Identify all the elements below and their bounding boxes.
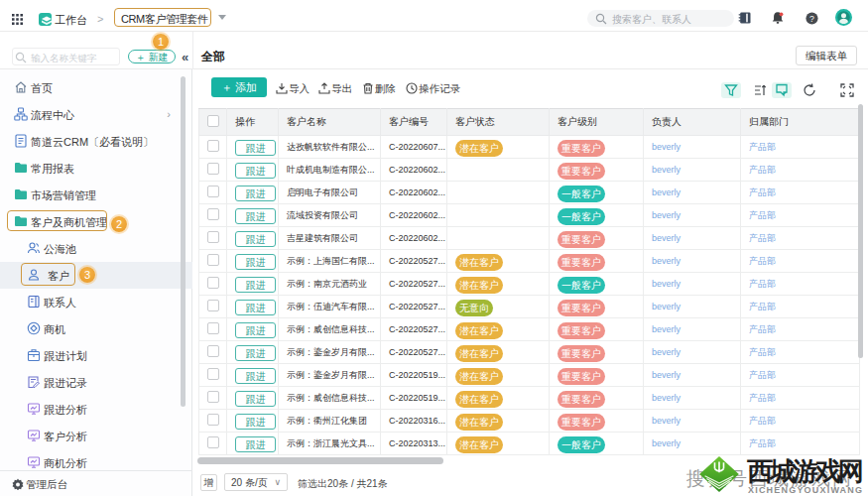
svg-text:?: ?	[809, 14, 814, 24]
